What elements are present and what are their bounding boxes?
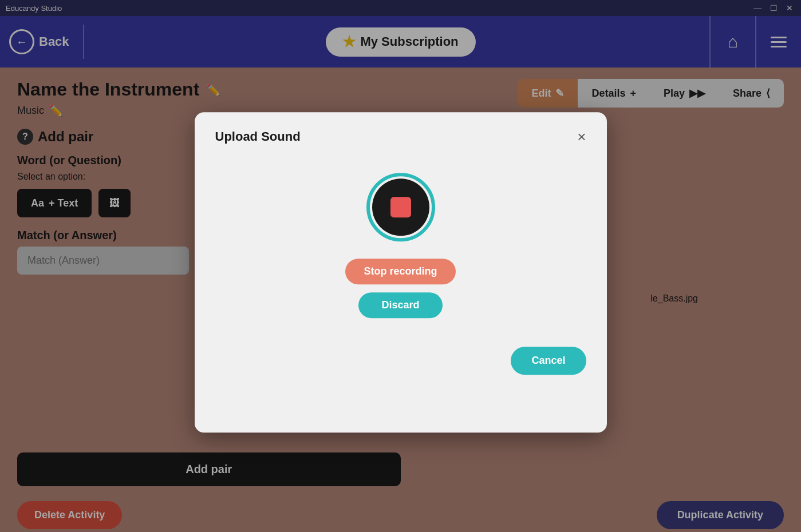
discard-button[interactable]: Discard xyxy=(358,292,442,318)
modal-header: Upload Sound × xyxy=(215,129,586,144)
cancel-button[interactable]: Cancel xyxy=(511,347,586,375)
upload-sound-modal: Upload Sound × Stop recording Discard Ca… xyxy=(195,112,607,432)
stop-square-icon xyxy=(390,197,411,217)
modal-body: Stop recording Discard xyxy=(215,161,586,324)
modal-title: Upload Sound xyxy=(215,129,301,144)
stop-recording-button[interactable]: Stop recording xyxy=(345,259,455,284)
modal-footer: Cancel xyxy=(215,347,586,375)
modal-close-button[interactable]: × xyxy=(577,129,586,144)
record-button-inner xyxy=(372,178,429,236)
record-button[interactable] xyxy=(366,173,435,241)
